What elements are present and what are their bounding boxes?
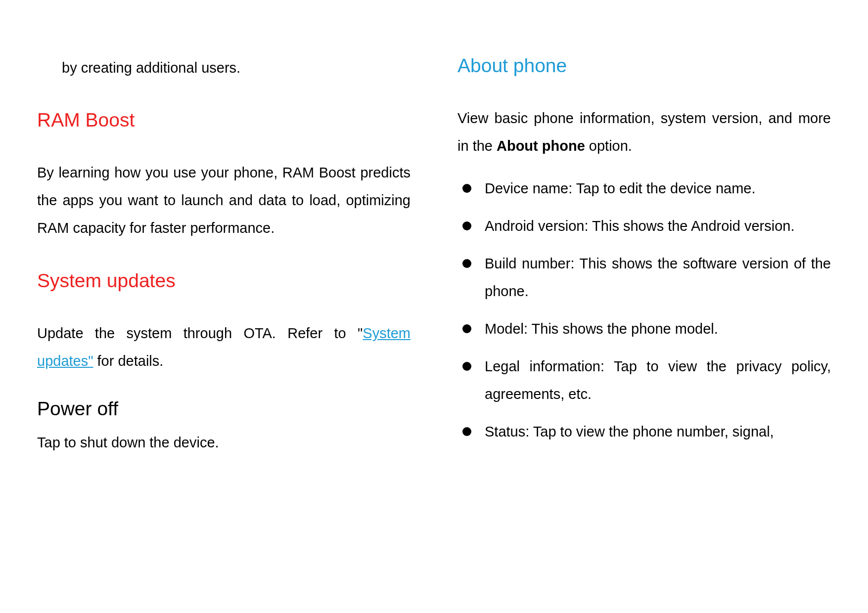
list-item: Device name: Tap to edit the device name… bbox=[457, 175, 831, 203]
right-column: About phone View basic phone information… bbox=[457, 54, 831, 484]
about-phone-list: Device name: Tap to edit the device name… bbox=[457, 175, 831, 446]
power-off-heading: Power off bbox=[37, 397, 411, 421]
power-off-body: Tap to shut down the device. bbox=[37, 429, 411, 457]
about-phone-heading: About phone bbox=[457, 54, 831, 78]
list-item: Model: This shows the phone model. bbox=[457, 315, 831, 343]
system-updates-heading: System updates bbox=[37, 269, 411, 293]
list-item: Legal information: Tap to view the priva… bbox=[457, 353, 831, 408]
list-item: Build number: This shows the software ve… bbox=[457, 250, 831, 306]
about-phone-intro-bold: About phone bbox=[497, 138, 585, 154]
system-updates-body-post: for details. bbox=[93, 353, 164, 369]
system-updates-body-pre: Update the system through OTA. Refer to … bbox=[37, 325, 363, 341]
left-column: by creating additional users. RAM Boost … bbox=[37, 54, 411, 484]
about-phone-intro: View basic phone information, system ver… bbox=[457, 105, 831, 160]
system-updates-body: Update the system through OTA. Refer to … bbox=[37, 320, 411, 375]
ram-boost-heading: RAM Boost bbox=[37, 109, 411, 132]
fragment-text: by creating additional users. bbox=[37, 54, 411, 82]
list-item: Status: Tap to view the phone number, si… bbox=[457, 418, 831, 446]
about-phone-intro-post: option. bbox=[585, 138, 632, 154]
ram-boost-body: By learning how you use your phone, RAM … bbox=[37, 159, 411, 242]
list-item: Android version: This shows the Android … bbox=[457, 213, 831, 240]
